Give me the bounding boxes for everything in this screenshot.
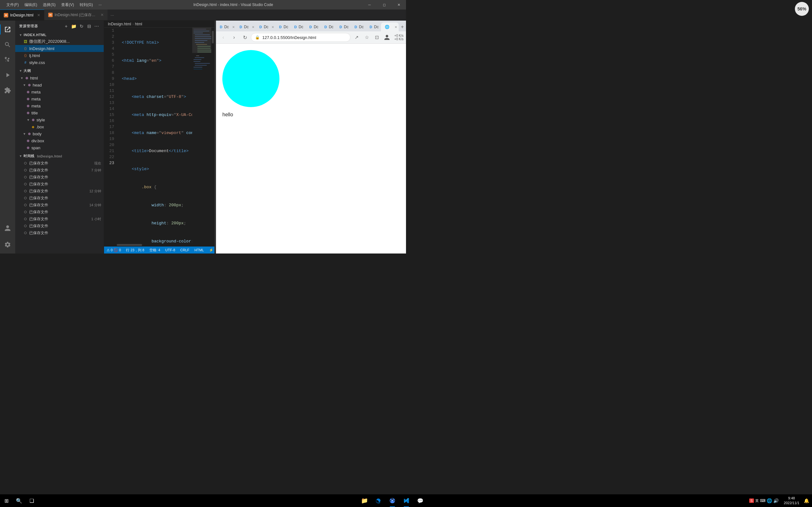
h-scrollbar-thumb[interactable]: [117, 244, 142, 246]
browser-tab-7[interactable]: D Dc: [321, 22, 336, 32]
outline-head[interactable]: ▼ ⊕ head: [15, 81, 104, 89]
scrollbar-thumb[interactable]: [212, 31, 214, 43]
vertical-scrollbar[interactable]: [211, 27, 214, 243]
activity-settings[interactable]: [0, 237, 15, 252]
close-button[interactable]: ✕: [392, 0, 406, 9]
timeline-item-0[interactable]: 已保存文件 现在: [15, 160, 104, 167]
reload-button[interactable]: ↻: [240, 33, 250, 42]
outline-body[interactable]: ▼ ⊕ body: [15, 130, 104, 137]
status-encoding[interactable]: UTF-8: [163, 246, 177, 253]
menu-more[interactable]: ···: [96, 1, 104, 8]
section-header-index[interactable]: ▼ INDEX.HTML: [15, 32, 104, 38]
browser-tab-5[interactable]: D Dc: [291, 22, 306, 32]
browser-tab-10[interactable]: D Dc: [366, 22, 381, 32]
file-lj-html[interactable]: ⟨⟩ lj.html: [15, 52, 104, 59]
outline-style[interactable]: ▼ ⊕ style: [15, 116, 104, 123]
status-errors[interactable]: ⚠ 0 🚫 0: [104, 246, 123, 253]
outline-box[interactable]: ◆ .box: [15, 123, 104, 130]
outline-box-label: .box: [36, 124, 44, 129]
status-spaces[interactable]: 空格: 4: [147, 246, 163, 253]
toolbar-actions: ↗ ☆ ⊡: [352, 33, 392, 42]
menu-select[interactable]: 选择(S): [40, 1, 58, 9]
browser-content[interactable]: hello: [216, 44, 406, 253]
minimize-button[interactable]: ─: [362, 0, 377, 9]
horizontal-scrollbar[interactable]: [104, 243, 214, 246]
new-tab-button[interactable]: +: [399, 22, 406, 32]
split-view-button[interactable]: ⊡: [372, 33, 382, 42]
timeline-item-8[interactable]: 已保存文件 1 小时: [15, 216, 104, 222]
activity-extensions[interactable]: [0, 83, 15, 98]
menu-goto[interactable]: 转到(G): [77, 1, 95, 9]
timeline-item-4[interactable]: 已保存文件 12 分钟: [15, 187, 104, 194]
tab-close-diff[interactable]: ✕: [101, 13, 104, 17]
editor-tab-diff[interactable]: H InDesign.html (已保存文件 • 2022年10月25日 11:…: [44, 9, 108, 20]
code-content[interactable]: <!DOCTYPE html> <html lang="en"> <head> …: [117, 27, 192, 243]
breadcrumb-node[interactable]: html: [135, 22, 142, 26]
tab-close-indesign[interactable]: ✕: [37, 13, 40, 17]
activity-git[interactable]: [0, 52, 15, 67]
browser-tab-active[interactable]: 🌐 ✕: [381, 22, 399, 32]
new-folder-button[interactable]: 📁: [71, 23, 77, 30]
outline-html-label: html: [30, 76, 38, 80]
new-file-button[interactable]: +: [63, 23, 69, 30]
title-bar-menu: 文件(F) 编辑(E) 选择(S) 查看(V) 转到(G) ···: [3, 1, 104, 9]
outline-title[interactable]: ⊕ title: [15, 109, 104, 116]
outline-html[interactable]: ▼ ⊕ html: [15, 74, 104, 81]
timeline-item-3[interactable]: 已保存文件: [15, 181, 104, 187]
timeline-section-header[interactable]: ▼ 时间线 InDesign.html: [15, 153, 104, 160]
timeline-item-7[interactable]: 已保存文件: [15, 209, 104, 216]
restore-button[interactable]: ◻: [377, 0, 392, 9]
activity-run[interactable]: [0, 67, 15, 83]
browser-tab-8[interactable]: D Dc: [336, 22, 351, 32]
activity-search[interactable]: [0, 37, 15, 52]
status-language[interactable]: HTML: [192, 246, 206, 253]
refresh-button[interactable]: ↻: [78, 23, 85, 30]
menu-view[interactable]: 查看(V): [59, 1, 77, 9]
browser-tab-close-3[interactable]: ✕: [271, 25, 274, 29]
timeline-item-9[interactable]: 已保存文件: [15, 222, 104, 229]
status-port[interactable]: ⚡ Port : 5500: [206, 246, 214, 253]
browser-tab-4[interactable]: D Dc: [275, 22, 291, 32]
browser-tab-close-active[interactable]: ✕: [395, 25, 397, 29]
browser-tab-close-1[interactable]: ✕: [232, 25, 235, 29]
outline-meta-1[interactable]: ⊕ meta: [15, 89, 104, 95]
outline-section-header[interactable]: ▼ 大纲: [15, 67, 104, 74]
tab-more-button[interactable]: ···: [108, 9, 117, 20]
user-button[interactable]: [382, 33, 392, 42]
more-actions-button[interactable]: ···: [94, 23, 100, 30]
back-button[interactable]: ‹: [218, 33, 228, 42]
timeline-item-1[interactable]: 已保存文件 7 分钟: [15, 167, 104, 174]
menu-file[interactable]: 文件(F): [4, 1, 21, 9]
timeline-item-6[interactable]: 已保存文件 14 分钟: [15, 202, 104, 209]
breadcrumb-file[interactable]: InDesign.html: [108, 22, 131, 26]
menu-edit[interactable]: 编辑(E): [22, 1, 40, 9]
editor-tab-indesign[interactable]: H InDesign.html ✕: [0, 9, 44, 20]
browser-tab-close-2[interactable]: ✕: [252, 25, 254, 29]
status-line-col[interactable]: 行 23，列 8: [123, 246, 147, 253]
browser-tab-6[interactable]: D Dc: [305, 22, 321, 32]
forward-button[interactable]: ›: [229, 33, 239, 42]
outline-span[interactable]: ⊕ span: [15, 144, 104, 151]
file-wechat-img[interactable]: 🖼 微信图片_20220908...: [15, 38, 104, 45]
browser-tab-1[interactable]: D Dc ✕: [216, 22, 236, 32]
file-style-css[interactable]: # style.css: [15, 59, 104, 66]
address-bar[interactable]: 🔒 127.0.0.1:5500/InDesign.html: [251, 33, 351, 42]
minimap[interactable]: [192, 27, 211, 243]
browser-tab-2[interactable]: D Dc ✕: [236, 22, 255, 32]
file-indesign-html[interactable]: ⟨⟩ InDesign.html: [15, 45, 104, 52]
outline-meta-2[interactable]: ⊕ meta: [15, 95, 104, 102]
outline-meta-3[interactable]: ⊕ meta: [15, 102, 104, 109]
browser-tab-3[interactable]: D Dc ✕: [256, 22, 275, 32]
bookmark-button[interactable]: ☆: [362, 33, 371, 42]
code-editor[interactable]: 1 2 3 4 5 6 7 8 9 10 11 12 13 14 15 16 1: [104, 27, 214, 243]
outline-divbox[interactable]: ⊕ div.box: [15, 137, 104, 144]
activity-explorer[interactable]: [0, 22, 15, 37]
activity-account[interactable]: [0, 221, 15, 236]
timeline-item-10[interactable]: 已保存文件: [15, 229, 104, 236]
browser-tab-9[interactable]: D Dc: [351, 22, 366, 32]
share-button[interactable]: ↗: [352, 33, 361, 42]
timeline-item-2[interactable]: 已保存文件: [15, 174, 104, 181]
status-line-ending[interactable]: CRLF: [177, 246, 192, 253]
timeline-item-5[interactable]: 已保存文件: [15, 194, 104, 202]
collapse-button[interactable]: ⊟: [86, 23, 92, 30]
